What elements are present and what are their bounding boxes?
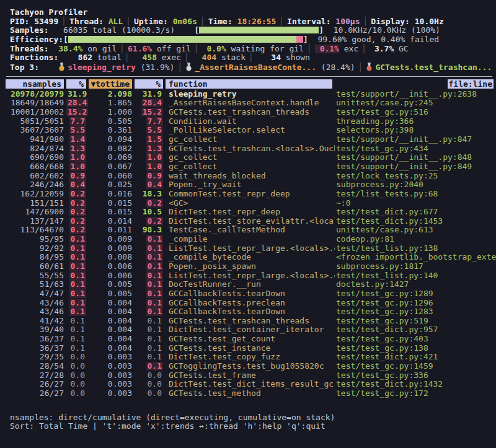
cell-fileline: test/support/__init__.py:2638 [335, 90, 496, 99]
table-row[interactable]: 47/470.10.0050.1GCCallbackTests.tearDown… [6, 289, 496, 299]
status-line: PID: 53499│Thread: ALL│Uptime: 0m06s│Tim… [10, 17, 496, 27]
table-row[interactable]: 26/270.00.0030.0GCTests.test_methodtest/… [6, 389, 496, 398]
cell-direct-pct: 0.0 [66, 353, 89, 362]
cell-tottime: 0.505 [89, 117, 135, 126]
table-row[interactable]: 668/6681.00.0671.0gc_collecttest/support… [6, 162, 496, 172]
table-row[interactable]: 18649/1864928.41.86528.4_AssertRaisesBas… [6, 99, 496, 108]
col-header-direct-pct[interactable]: % [66, 79, 89, 89]
cell-cumulative-pct: 0.2 [135, 199, 166, 208]
table-row[interactable]: 246/2460.40.0250.4Popen._try_waitsubproc… [6, 180, 496, 190]
table-row[interactable]: 92/920.10.0090.1ListTest.test_repr_large… [6, 244, 496, 253]
table-row[interactable]: 39/400.10.0040.1DictTest.test_container_… [6, 325, 496, 335]
cell-tottime: 1.000 [89, 108, 135, 117]
cell-tottime: 0.003 [89, 362, 135, 371]
cell-fileline: test/test_dict.py:677 [335, 208, 496, 217]
cell-nsamples: 137/147 [6, 217, 66, 226]
table-row[interactable]: 36/370.10.0040.1GCTests.test_instancetes… [6, 344, 496, 353]
table-row[interactable]: 162/120590.20.01618.3CommonTest.test_rep… [6, 190, 496, 199]
col-header-function[interactable]: function [166, 79, 335, 89]
cell-tottime: 0.005 [89, 280, 135, 289]
table-row[interactable]: 51/630.10.0050.1DocTestRunner.__rundocte… [6, 280, 496, 289]
table-row[interactable]: 941/9801.40.0941.5gc_collecttest/support… [6, 135, 496, 144]
top3-percent: (15.2%) [492, 63, 496, 72]
cell-function: sleeping_retry [166, 90, 335, 99]
table-row[interactable]: 29/350.00.0030.1DictTest.test_copy_fuzzt… [6, 353, 496, 362]
table-row[interactable]: 602/6020.90.0600.9wait_threads_blockedte… [6, 172, 496, 181]
footer: nsamples: direct/cumulative (direct=exec… [10, 413, 496, 431]
cell-nsamples: 84/95 [6, 253, 66, 262]
cell-nsamples: 941/980 [6, 135, 66, 144]
cell-cumulative-pct: 0.0 [135, 380, 166, 389]
cell-nsamples: 10001/10002 [6, 108, 66, 117]
cell-fileline: test/test_list.py:138 [335, 244, 496, 253]
cell-fileline: test/support/__init__.py:848 [335, 153, 496, 162]
top3-percent: (31.9%) [136, 63, 175, 72]
cell-fileline: test/test_dict.py:957 [335, 325, 496, 335]
cell-fileline: test/lock_tests.py:25 [335, 172, 496, 181]
cell-direct-pct: 31.9 [66, 90, 89, 99]
table-row[interactable]: 690/6901.00.0691.0gc_collecttest/support… [6, 153, 496, 162]
cell-fileline: test/test_dict.py:1432 [335, 380, 496, 389]
threads-text: off gil [152, 44, 191, 53]
cell-tottime: 0.006 [89, 271, 135, 281]
samples-rate: 10.0KHz/10.0KHz (100%) [334, 25, 440, 35]
cell-direct-pct: 0.1 [66, 262, 89, 271]
cell-function: GCCallbackTests.tearDown [166, 289, 335, 299]
cell-function: _compile [166, 235, 335, 244]
cell-tottime: 0.060 [89, 172, 135, 181]
table-row[interactable]: 95/950.10.0090.1_compilecodeop.py:81 [6, 235, 496, 244]
cell-fileline: test/test_gc.py:336 [335, 371, 496, 380]
top3-function-name: sleeping_retry [68, 63, 136, 72]
table-row[interactable]: 26/270.00.0030.0DictTest.test_dict_items… [6, 380, 496, 389]
table-row[interactable]: 151/1510.20.0150.2<GC>~:0 [6, 199, 496, 208]
threads-text: exc [339, 44, 358, 53]
cell-fileline: test/test_gc.py:1296 [335, 299, 496, 308]
cell-tottime: 0.094 [89, 135, 135, 144]
cell-tottime: 0.006 [89, 262, 135, 271]
cell-nsamples: 602/602 [6, 172, 66, 181]
cell-cumulative-pct: 0.0 [135, 389, 166, 398]
top3-function-name: GCTests.test_trashcan... [375, 63, 492, 72]
table-row[interactable]: 55/550.10.0060.1ListTest.test_repr_large… [6, 271, 496, 281]
cell-nsamples: 824/874 [6, 144, 66, 154]
table-row[interactable]: 43/460.10.0040.1GCCallbackTests.preclean… [6, 299, 496, 308]
table-row[interactable]: 41/420.10.0040.1GCTests.test_trashcan_th… [6, 317, 496, 326]
col-header-fileline[interactable]: file:line [335, 79, 496, 89]
cell-fileline: selectors.py:398 [335, 126, 496, 135]
cell-fileline: test/list_tests.py:68 [335, 190, 496, 199]
col-header-tottime-sorted[interactable]: ▼tottime [89, 79, 135, 89]
cell-cumulative-pct: 0.1 [135, 253, 166, 262]
cell-cumulative-pct: 7.7 [135, 117, 166, 126]
cell-direct-pct: 0.1 [66, 280, 89, 289]
table-row[interactable]: 5051/50517.70.5057.7Condition.waitthread… [6, 117, 496, 126]
cell-fileline: test/test_list.py:140 [335, 271, 496, 281]
table-row[interactable]: 28/540.00.0030.1GCTogglingTests.test_bug… [6, 362, 496, 371]
table-row[interactable]: 43/460.10.0040.1GCCallbackTests.tearDown… [6, 307, 496, 317]
table-row[interactable]: 137/1470.20.0140.2DictTest.test_store_ev… [6, 217, 496, 226]
table-row[interactable]: 20978/2097931.92.09831.9sleeping_retryte… [6, 90, 496, 99]
cell-direct-pct: 0.0 [66, 362, 89, 371]
table-row[interactable]: 27/280.00.0030.0GCTests.test_frametest/t… [6, 371, 496, 380]
col-header-nsamples[interactable]: nsamples [6, 79, 66, 89]
table-row[interactable]: 3607/36075.50.3615.5_PollLikeSelector.se… [6, 126, 496, 135]
table-row[interactable]: 60/610.10.0060.1Popen._posix_spawnsubpro… [6, 262, 496, 271]
table-row[interactable]: 113/646700.20.01198.3TestCase._callTestM… [6, 226, 496, 235]
cell-direct-pct: 28.4 [66, 99, 89, 108]
table-row[interactable]: 147/69000.20.01510.5DictTest.test_repr_d… [6, 208, 496, 217]
cell-fileline: subprocess.py:2040 [335, 180, 496, 190]
cell-cumulative-pct: 0.1 [135, 335, 166, 344]
table-row[interactable]: 824/8741.30.0821.3GCTests.test_trashcan.… [6, 144, 496, 154]
cell-direct-pct: 1.0 [66, 153, 89, 162]
threads-text: GC [394, 44, 408, 53]
efficiency-summary: 99.60% good, 0.40% failed [317, 35, 439, 44]
cell-nsamples: 26/27 [6, 389, 66, 398]
cell-nsamples: 51/63 [6, 280, 66, 289]
cell-function: GCTests.test_frame [166, 371, 335, 380]
samples-label: Samples: [10, 25, 49, 35]
table-row[interactable]: 84/950.10.0080.1_compile_bytecode<frozen… [6, 253, 496, 262]
cell-fileline: ~:0 [335, 199, 496, 208]
table-row[interactable]: 10001/1000215.21.00015.2GCTests.test_tra… [6, 108, 496, 117]
col-header-cumulative-pct[interactable]: % [135, 79, 166, 89]
table-row[interactable]: 36/370.10.0040.1GCTests.test_get_countte… [6, 335, 496, 344]
cell-direct-pct: 0.1 [66, 271, 89, 281]
